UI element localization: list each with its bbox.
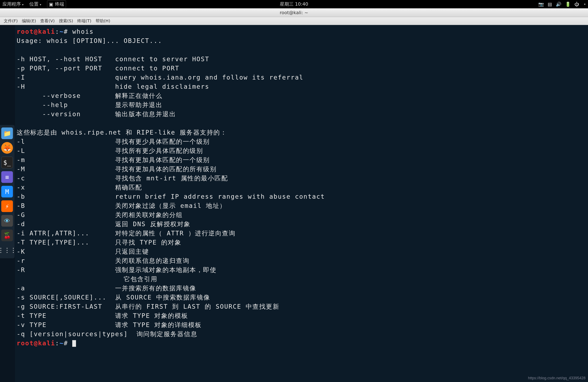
prompt-symbol: # [64, 340, 68, 347]
terminal-view[interactable]: root@kali:~# whois Usage: whois [OPTION]… [15, 25, 588, 382]
prompt-symbol: # [64, 28, 68, 35]
dock-show-apps[interactable]: ⋮⋮⋮ [1, 244, 13, 256]
window-title: root@kali: ~ [280, 10, 308, 15]
menu-file[interactable]: 文件(F) [4, 18, 18, 24]
dock-files[interactable]: 📁 [1, 127, 13, 139]
menu-help[interactable]: 帮助(H) [96, 18, 110, 24]
panel-terminal-launcher[interactable]: ▣ 终端 [47, 0, 66, 8]
watermark: https://blog.csdn.net/qq_43395428 [528, 376, 586, 380]
panel-clock[interactable]: 星期三 10:40 [280, 1, 308, 7]
prompt-user: root@kali [17, 340, 55, 347]
terminal-icon: ▣ [49, 2, 53, 7]
prompt-user: root@kali [17, 28, 55, 35]
places-menu[interactable]: 位置▾ [29, 1, 41, 7]
apps-menu[interactable]: 应用程序▾ [2, 1, 23, 7]
dock-firefox[interactable]: 🦊 [1, 142, 13, 154]
menu-view[interactable]: 查看(V) [40, 18, 55, 24]
dock-terminal[interactable]: $_ [1, 157, 13, 168]
power-icon[interactable]: ⏻ [574, 2, 579, 7]
top-panel: 应用程序▾ 位置▾ ▣ 终端 星期三 10:40 📷 ▤ 🔊 🔋 ⏻ ▾ [0, 0, 588, 8]
menu-terminal[interactable]: 终端(T) [77, 18, 91, 24]
network-icon[interactable]: ▤ [548, 2, 552, 7]
menu-search[interactable]: 搜索(S) [59, 18, 73, 24]
camera-icon[interactable]: 📷 [538, 2, 544, 7]
dock-metasploit[interactable]: M [1, 186, 13, 197]
prompt-path: ~ [60, 28, 64, 35]
menubar: 文件(F) 编辑(E) 查看(V) 搜索(S) 终端(T) 帮助(H) [0, 17, 588, 25]
entered-command: whois [72, 28, 94, 35]
chevron-down-icon: ▾ [584, 2, 586, 6]
chevron-down-icon: ▾ [40, 3, 41, 6]
prompt-path: ~ [60, 340, 64, 347]
menu-edit[interactable]: 编辑(E) [22, 18, 36, 24]
cursor [72, 340, 76, 347]
volume-icon[interactable]: 🔊 [556, 2, 561, 7]
chevron-down-icon: ▾ [22, 3, 23, 6]
dock-zenmap[interactable]: ⚡ [1, 200, 13, 212]
dock-texteditor[interactable]: ≡ [1, 171, 13, 183]
dock-eye-app[interactable]: 👁 [1, 215, 13, 227]
window-titlebar[interactable]: root@kali: ~ [0, 8, 588, 17]
battery-icon[interactable]: 🔋 [565, 2, 571, 7]
dock: 📁 🦊 $_ ≡ M ⚡ 👁 🍒 ⋮⋮⋮ [0, 125, 15, 258]
dock-cherrytree[interactable]: 🍒 [1, 230, 13, 241]
